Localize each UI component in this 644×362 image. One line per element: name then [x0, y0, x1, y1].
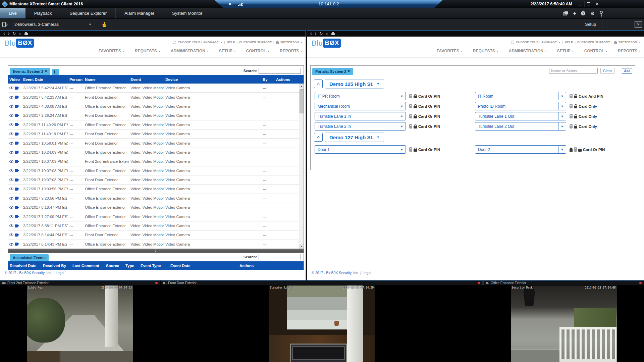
collapse-section-button[interactable]: ^	[314, 133, 323, 142]
video-camera-icon[interactable]	[15, 105, 19, 108]
main-tab[interactable]: Sequence Explorer	[61, 8, 116, 18]
video-camera-icon[interactable]	[15, 178, 19, 182]
view-event-icon[interactable]	[9, 87, 13, 89]
nav-menu-item[interactable]: REQUESTS▼	[135, 49, 161, 53]
event-table-row[interactable]: 2/22/2017 7:27:09 PM EST --- Office Entr…	[8, 212, 299, 221]
camera-pane[interactable]: Office Entrance Exterior Security Desk 2…	[483, 280, 644, 362]
view-event-icon[interactable]	[9, 243, 13, 246]
view-event-icon[interactable]	[9, 224, 13, 227]
view-event-icon[interactable]	[9, 169, 13, 172]
forward-icon[interactable]: ›	[315, 32, 317, 35]
nav-menu-item[interactable]: ADMINISTRATION▼	[509, 49, 547, 53]
nav-menu-item[interactable]: FAVORITES▼	[99, 49, 125, 53]
video-camera-icon[interactable]	[15, 188, 19, 191]
view-event-icon[interactable]	[9, 178, 13, 181]
event-table-row[interactable]: 2/23/2017 5:42:23 AM EST --- Front Door …	[8, 93, 299, 102]
chevron-down-icon[interactable]: ▼	[398, 92, 406, 100]
camera-video[interactable]: Elevator Lobby 2017-02-23 07:04:29	[161, 286, 483, 362]
event-table-row[interactable]: 2/22/2017 6:14:43 PM EST --- Office Entr…	[8, 240, 299, 249]
nav-menu-item[interactable]: CONTROL▼	[246, 49, 270, 53]
view-event-icon[interactable]	[9, 215, 13, 218]
pointer-hand-icon[interactable]: ☝	[100, 20, 108, 28]
video-camera-icon[interactable]	[15, 87, 19, 90]
nav-menu-item[interactable]: SETUP▼	[219, 49, 236, 53]
browser-pane-portals[interactable]: ‹ › ↻ ⌂ Blu BØX CHOOSE YOUR LANGUAGE▼ | …	[307, 30, 644, 280]
portal-select[interactable]: Turnstile Lane 1 In ▼	[315, 112, 406, 120]
portal-select[interactable]: Turnstile Lane 1 Out ▼	[475, 112, 566, 120]
legal-link[interactable]: Legal	[363, 271, 371, 275]
help-link[interactable]: HELP	[565, 41, 573, 44]
view-event-icon[interactable]	[9, 114, 13, 117]
chevron-down-icon[interactable]: ▼	[398, 102, 406, 110]
view-event-icon[interactable]	[9, 234, 13, 236]
event-table-row[interactable]: 2/22/2017 11:49:20 PM EST --- Office Ent…	[8, 120, 299, 130]
case-sensitivity-toggle[interactable]: A=a	[622, 68, 632, 74]
help-link[interactable]: HELP	[227, 41, 235, 44]
nav-menu-item[interactable]: REQUESTS▼	[473, 49, 499, 53]
video-camera-icon[interactable]	[15, 234, 19, 237]
portal-select[interactable]: Turnstile Lane 2 Out ▼	[475, 122, 566, 131]
portal-search-input[interactable]	[549, 68, 598, 74]
nav-menu-item[interactable]: FAVORITES▼	[437, 49, 463, 53]
portal-select[interactable]: IT Room ▼	[475, 92, 566, 100]
collapse-sidebar-icon[interactable]: ›	[0, 19, 10, 30]
video-camera-icon[interactable]	[15, 151, 19, 154]
nav-menu-item[interactable]: SETUP▼	[557, 49, 574, 53]
close-button[interactable]: ✕	[593, 1, 601, 7]
forward-icon[interactable]: ›	[8, 32, 10, 35]
chevron-down-icon[interactable]: ▼	[398, 112, 406, 120]
video-camera-icon[interactable]	[15, 160, 19, 163]
restore-button[interactable]	[584, 1, 593, 7]
view-event-icon[interactable]	[9, 151, 13, 154]
event-table-row[interactable]: 2/22/2017 10:07:08 PM EST --- Front Door…	[8, 175, 299, 185]
browser-pane-events[interactable]: ‹ › ↻ ⌂ Blu BØX CHOOSE YOUR LANGUAGE▼ | …	[0, 30, 306, 280]
back-icon[interactable]: ‹	[3, 32, 5, 35]
event-table-row[interactable]: 2/23/2017 2:26:24 AM EST --- Front Door …	[8, 111, 299, 120]
support-link[interactable]: CUSTOMER SUPPORT	[239, 41, 272, 44]
view-event-icon[interactable]	[9, 105, 13, 108]
event-table-row[interactable]: 2/23/2017 4:38:08 AM EST --- Office Entr…	[8, 102, 299, 111]
section-title[interactable]: Demo 125 High St.▼	[325, 79, 384, 89]
multiple-windows-icon[interactable]	[563, 11, 568, 15]
user-menu[interactable]: SPETERSON	[280, 41, 299, 44]
chevron-down-icon[interactable]: ▼	[558, 146, 566, 153]
nav-menu-item[interactable]: REPORTS▼	[618, 49, 641, 53]
portal-select[interactable]: Mechanical Room ▼	[315, 102, 406, 110]
portal-select[interactable]: Photo ID Room ▼	[475, 102, 566, 110]
collapse-section-button[interactable]: ^	[314, 80, 323, 88]
nav-menu-item[interactable]: REPORTS▼	[280, 49, 303, 53]
video-camera-icon[interactable]	[15, 169, 19, 172]
camera-pane[interactable]: Front 2nd Entrance Exterior Lobby Rear 2…	[0, 280, 160, 362]
scrollbar-thumb[interactable]	[300, 89, 304, 113]
portal-select[interactable]: Turnstile Lane 2 In ▼	[315, 122, 406, 131]
portal-select[interactable]: Door 2 ▼	[475, 145, 566, 154]
video-camera-icon[interactable]	[15, 224, 19, 227]
help-icon[interactable]: ?	[581, 11, 585, 15]
clear-button[interactable]: Clear	[600, 68, 614, 74]
video-camera-icon[interactable]	[15, 123, 19, 126]
video-camera-icon[interactable]	[15, 243, 19, 246]
tab-portals-system2[interactable]: Portals: System 2	[312, 68, 353, 75]
scroll-down-icon[interactable]: ▼	[299, 244, 304, 249]
back-icon[interactable]: ‹	[310, 32, 312, 35]
support-link[interactable]: CUSTOMER SUPPORT	[577, 41, 610, 44]
chevron-down-icon[interactable]: ▼	[558, 112, 566, 120]
refresh-icon[interactable]: ↻	[319, 32, 323, 36]
key-icon[interactable]	[600, 11, 602, 16]
print-icon[interactable]	[331, 32, 335, 35]
print-icon[interactable]	[24, 32, 28, 35]
event-table-row[interactable]: 2/22/2017 6:14:44 PM EST --- Front Door …	[8, 230, 299, 240]
chevron-down-icon[interactable]: ▼	[558, 122, 566, 130]
event-table-row[interactable]: 2/22/2017 6:38:11 PM EST --- Office Entr…	[8, 221, 299, 230]
event-table-row[interactable]: 2/22/2017 10:59:01 PM EST --- Front Door…	[8, 139, 299, 148]
event-table-row[interactable]: 2/22/2017 10:07:09 PM EST --- Front 2nd …	[8, 157, 299, 166]
camera-video[interactable]: Security Desk 2017-02-23 07:04:08	[483, 286, 644, 362]
refresh-icon[interactable]: ↻	[12, 32, 16, 36]
view-event-icon[interactable]	[9, 123, 13, 126]
view-event-icon[interactable]	[9, 197, 13, 200]
user-menu[interactable]: SPETERSON	[619, 41, 637, 44]
event-table-row[interactable]: 2/22/2017 10:03:56 PM EST --- Office Ent…	[8, 185, 299, 194]
setup-button[interactable]: Setup	[585, 22, 596, 27]
portal-select[interactable]: Door 1 ▼	[315, 145, 406, 154]
home-icon[interactable]: ⌂	[19, 32, 21, 36]
